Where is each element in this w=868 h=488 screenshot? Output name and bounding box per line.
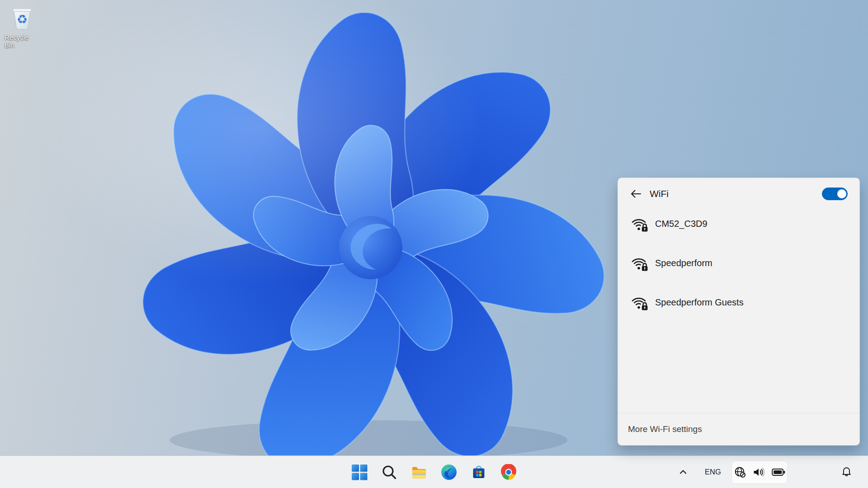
desktop: ♻ Recycle Bin WiFi (0, 0, 868, 488)
recycle-bin-icon: ♻ (10, 4, 34, 33)
wifi-secured-icon (630, 254, 651, 273)
quick-settings-button[interactable] (731, 460, 788, 484)
hidden-icons-button[interactable] (675, 462, 691, 483)
search-icon (381, 464, 397, 480)
wifi-network-item[interactable]: Speedperform Guests (618, 283, 859, 322)
battery-icon (772, 468, 785, 477)
wifi-toggle-knob (837, 189, 846, 198)
wifi-secured-icon (630, 293, 651, 312)
microsoft-store-button[interactable] (466, 460, 491, 485)
language-indicator[interactable]: ENG (703, 462, 723, 483)
taskbar-center-icons (347, 456, 521, 488)
taskbar: ENG (0, 455, 868, 488)
file-explorer-button[interactable] (406, 460, 432, 485)
wifi-network-name: Speedperform Guests (655, 297, 744, 308)
wifi-panel-title: WiFi (650, 188, 669, 199)
chrome-browser-button[interactable] (496, 460, 521, 485)
wifi-network-list: CM52_C3D9 Speedperform (618, 204, 859, 322)
notifications-button[interactable] (838, 462, 854, 483)
volume-icon (753, 466, 765, 478)
folder-icon (410, 464, 428, 480)
chrome-browser-icon (500, 464, 517, 480)
start-button[interactable] (347, 460, 372, 485)
wifi-secured-icon (630, 215, 651, 234)
back-arrow-icon (628, 187, 643, 201)
wifi-network-item[interactable]: Speedperform (618, 244, 859, 283)
search-button[interactable] (377, 460, 402, 485)
windows-bloom-wallpaper (68, 13, 669, 461)
wifi-network-item[interactable]: CM52_C3D9 (618, 204, 859, 244)
bell-icon (840, 466, 853, 478)
wifi-network-name: CM52_C3D9 (655, 219, 708, 229)
taskbar-tray: ENG (675, 456, 868, 488)
edge-browser-button[interactable] (436, 460, 462, 485)
wifi-toggle[interactable] (822, 188, 848, 200)
edge-browser-icon (441, 464, 457, 480)
back-button[interactable] (627, 186, 644, 202)
wifi-flyout-header: WiFi (618, 178, 859, 204)
chevron-up-icon (678, 467, 689, 478)
store-bag-icon (471, 464, 487, 480)
svg-text:♻: ♻ (17, 12, 28, 26)
wifi-network-name: Speedperform (655, 258, 712, 268)
recycle-bin-shortcut[interactable]: ♻ Recycle Bin (5, 4, 40, 49)
no-internet-globe-icon (734, 466, 746, 478)
more-wifi-settings-link[interactable]: More Wi-Fi settings (618, 413, 859, 445)
wifi-flyout-panel: WiFi CM52_C3D9 (618, 178, 860, 446)
windows-start-icon (351, 464, 368, 480)
recycle-bin-label: Recycle Bin (5, 33, 40, 49)
